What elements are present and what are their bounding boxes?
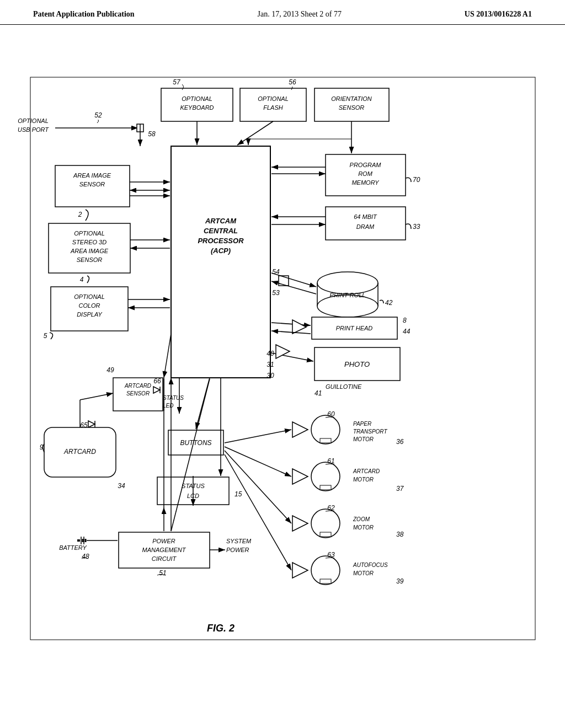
svg-text:SENSOR: SENSOR	[126, 390, 150, 397]
svg-line-164	[225, 430, 291, 443]
svg-text:48: 48	[82, 553, 89, 560]
svg-text:TRANSPORT: TRANSPORT	[353, 429, 387, 435]
svg-text:PROGRAM: PROGRAM	[350, 162, 382, 168]
svg-text:2: 2	[78, 211, 82, 218]
svg-text:(ACP): (ACP)	[211, 247, 231, 255]
svg-text:15: 15	[234, 490, 242, 498]
svg-text:MANAGEMENT: MANAGEMENT	[142, 547, 186, 553]
svg-text:31: 31	[266, 361, 274, 368]
svg-text:SENSOR: SENSOR	[79, 181, 105, 188]
svg-rect-159	[320, 579, 331, 584]
svg-text:5: 5	[44, 332, 47, 340]
svg-text:70: 70	[413, 176, 420, 184]
header-center: Jan. 17, 2013 Sheet 2 of 77	[258, 10, 342, 19]
svg-text:OPTIONAL: OPTIONAL	[74, 293, 105, 300]
header-left: Patent Application Publication	[33, 10, 135, 19]
svg-rect-73	[279, 276, 289, 286]
svg-text:STEREO 3D: STEREO 3D	[72, 239, 106, 245]
svg-text:MOTOR: MOTOR	[353, 477, 374, 483]
svg-text:COLOR: COLOR	[78, 302, 100, 309]
svg-rect-145	[320, 485, 331, 490]
svg-rect-152	[320, 532, 331, 537]
svg-text:58: 58	[148, 130, 156, 138]
svg-text:PROCESSOR: PROCESSOR	[198, 237, 244, 245]
svg-line-168	[164, 334, 171, 378]
svg-text:LED: LED	[163, 403, 173, 409]
svg-text:44: 44	[403, 328, 411, 335]
svg-text:POWER: POWER	[226, 547, 249, 553]
svg-text:AREA IMAGE: AREA IMAGE	[73, 172, 111, 179]
svg-text:CENTRAL: CENTRAL	[204, 227, 238, 235]
svg-text:OPTIONAL: OPTIONAL	[182, 95, 212, 102]
page-header: Patent Application Publication Jan. 17, …	[0, 0, 565, 25]
svg-line-81	[271, 323, 311, 325]
svg-text:ARTCARD: ARTCARD	[353, 468, 380, 474]
svg-text:66: 66	[153, 377, 161, 385]
svg-text:30: 30	[266, 372, 274, 379]
header-right: US 2013/0016228 A1	[465, 10, 532, 19]
svg-text:SENSOR: SENSOR	[339, 104, 365, 111]
svg-text:PRINT ROLL: PRINT ROLL	[330, 292, 366, 298]
svg-marker-82	[292, 320, 306, 334]
svg-text:POWER: POWER	[152, 538, 175, 544]
svg-line-55	[237, 121, 273, 145]
svg-text:MOTOR: MOTOR	[353, 436, 374, 442]
svg-text:49: 49	[106, 366, 114, 374]
svg-text:64 MBIT: 64 MBIT	[354, 213, 377, 220]
svg-text:ROM: ROM	[358, 170, 373, 177]
svg-text:34: 34	[118, 482, 125, 490]
svg-rect-3	[171, 146, 270, 378]
svg-text:33: 33	[413, 223, 420, 231]
diagram-container: ARTCAM CENTRAL PROCESSOR (ACP) AREA IMAG…	[0, 25, 565, 720]
svg-text:ORIENTATION: ORIENTATION	[331, 95, 372, 102]
svg-text:52: 52	[94, 111, 102, 119]
svg-point-66	[317, 272, 378, 294]
svg-text:38: 38	[396, 531, 404, 538]
svg-text:BATTERY: BATTERY	[59, 544, 87, 551]
svg-text:PRINT HEAD: PRINT HEAD	[336, 325, 373, 331]
svg-text:FLASH: FLASH	[263, 104, 283, 111]
svg-text:PHOTO: PHOTO	[344, 360, 370, 368]
svg-text:STATUS: STATUS	[163, 395, 184, 401]
svg-marker-150	[292, 516, 308, 531]
svg-text:OPTIONAL: OPTIONAL	[18, 117, 49, 124]
svg-text:53: 53	[272, 289, 280, 297]
svg-text:51: 51	[159, 569, 166, 577]
svg-text:8: 8	[403, 317, 407, 324]
svg-text:ARTCARD: ARTCARD	[63, 448, 96, 456]
svg-marker-135	[292, 422, 308, 437]
svg-text:MOTOR: MOTOR	[353, 524, 374, 531]
svg-text:OPTIONAL: OPTIONAL	[74, 230, 105, 237]
svg-rect-137	[320, 438, 331, 443]
svg-text:AREA IMAGE: AREA IMAGE	[70, 248, 109, 254]
svg-text:USB PORT: USB PORT	[18, 126, 49, 133]
svg-text:AUTOFOCUS: AUTOFOCUS	[353, 562, 388, 568]
svg-text:ARTCAM: ARTCAM	[205, 217, 237, 225]
svg-text:GUILLOTINE: GUILLOTINE	[326, 383, 362, 390]
svg-line-74	[271, 273, 316, 287]
svg-marker-103	[88, 421, 95, 427]
svg-line-83	[271, 331, 311, 334]
svg-text:41: 41	[315, 389, 322, 397]
svg-text:FIG. 2: FIG. 2	[207, 623, 234, 634]
svg-text:39: 39	[396, 577, 404, 585]
svg-text:KEYBOARD: KEYBOARD	[180, 104, 214, 111]
svg-text:PAPER: PAPER	[353, 421, 371, 427]
svg-line-171	[80, 393, 113, 400]
svg-text:56: 56	[289, 78, 296, 86]
svg-marker-157	[292, 563, 308, 578]
svg-text:42: 42	[385, 299, 393, 307]
svg-text:SYSTEM: SYSTEM	[226, 538, 252, 544]
svg-text:DRAM: DRAM	[356, 223, 375, 230]
svg-text:MEMORY: MEMORY	[351, 179, 379, 186]
svg-text:OPTIONAL: OPTIONAL	[258, 95, 289, 102]
svg-text:SENSOR: SENSOR	[77, 256, 103, 263]
svg-point-69	[317, 295, 378, 317]
svg-text:CIRCUIT: CIRCUIT	[152, 555, 177, 562]
svg-text:ARTCARD: ARTCARD	[124, 383, 151, 389]
svg-text:4: 4	[80, 276, 84, 283]
svg-text:ZOOM: ZOOM	[353, 516, 370, 522]
svg-text:BUTTONS: BUTTONS	[180, 439, 211, 447]
svg-text:36: 36	[396, 438, 404, 446]
svg-marker-143	[292, 469, 308, 484]
